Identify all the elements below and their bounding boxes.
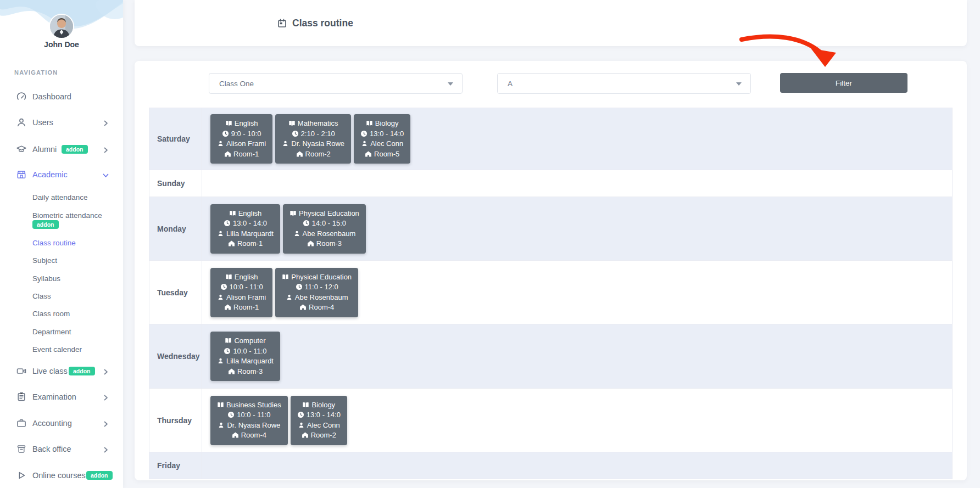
class-teacher: Dr. Nyasia Rowe — [291, 139, 344, 148]
sidebar-item-class-routine[interactable]: Class routine — [0, 237, 123, 249]
routine-row-saturday: Saturday English 9:0 - 10:0 Alison Frami… — [149, 108, 952, 170]
person-icon — [217, 230, 224, 237]
class-subject: Physical Education — [291, 273, 352, 281]
content-card: Class One A Filter Saturday English 9:0 … — [135, 61, 967, 480]
sidebar-item-alumni[interactable]: Alumni addon — [0, 143, 123, 155]
sidebar-item-examination[interactable]: Examination — [0, 391, 123, 403]
book-icon — [289, 210, 297, 217]
school-icon — [228, 368, 235, 375]
sidebar-item-dashboard[interactable]: Dashboard — [0, 91, 123, 103]
chevron-right-icon — [102, 394, 109, 401]
class-time: 11:0 - 12:0 — [305, 283, 338, 291]
sidebar-item-users[interactable]: Users — [0, 116, 123, 128]
class-select[interactable]: Class One — [209, 73, 463, 94]
sidebar-item-label: Alumni — [32, 145, 57, 154]
sidebar-item-syllabus[interactable]: Syllabus — [0, 272, 123, 284]
class-subject: Business Studies — [226, 401, 281, 409]
sidebar-item-accounting[interactable]: Accounting — [0, 417, 123, 429]
class-room: Room-1 — [237, 239, 263, 248]
class-time: 10:0 - 11:0 — [237, 411, 270, 419]
class-teacher: Abe Rosenbaum — [295, 293, 348, 301]
sidebar-item-class[interactable]: Class — [0, 290, 123, 302]
person-icon — [286, 294, 293, 301]
sidebar-item-online-courses[interactable]: Online courses addon — [0, 469, 123, 481]
school-icon — [365, 150, 372, 158]
sidebar-item-department[interactable]: Department — [0, 326, 123, 338]
day-slots: English 10:0 - 11:0 Alison Frami Room-1 … — [202, 261, 952, 324]
day-label: Saturday — [149, 108, 202, 170]
sidebar-item-label: Online courses — [32, 471, 86, 480]
app-root: John Doe NAVIGATION Dashboard Users Alum… — [0, 0, 980, 488]
class-card: English 10:0 - 11:0 Alison Frami Room-1 — [210, 268, 272, 317]
sidebar-item-class-room[interactable]: Class room — [0, 307, 123, 319]
addon-badge: addon — [86, 471, 113, 480]
day-slots — [202, 452, 952, 479]
class-room: Room-3 — [237, 367, 263, 375]
sidebar-item-back-office[interactable]: Back office — [0, 443, 123, 455]
sidebar-item-live-class[interactable]: Live class addon — [0, 365, 123, 377]
class-time: 10:0 - 11:0 — [230, 283, 263, 291]
chevron-right-icon — [102, 446, 109, 453]
clock-icon — [292, 130, 299, 137]
sidebar-subitem-label: Class routine — [32, 239, 76, 247]
page-header: Class routine + Add class routine — [135, 0, 967, 46]
sidebar-item-label: Accounting — [32, 419, 72, 428]
section-select[interactable]: A — [497, 73, 751, 94]
class-room: Room-2 — [311, 431, 336, 439]
archive-tray-icon — [16, 444, 26, 454]
class-card: English 13:0 - 14:0 Lilla Marquardt Room… — [210, 204, 280, 254]
sidebar-item-label: Academic — [32, 170, 68, 179]
class-room: Room-2 — [305, 150, 331, 158]
class-card: Biology 13:0 - 14:0 Alec Conn Room-5 — [354, 114, 410, 164]
class-subject: Mathematics — [298, 119, 338, 127]
class-teacher: Lilla Marquardt — [226, 229, 274, 238]
class-card: Computer 10:0 - 11:0 Lilla Marquardt Roo… — [210, 332, 280, 381]
day-label: Friday — [149, 452, 202, 479]
class-select-value: Class One — [219, 74, 254, 93]
video-camera-icon — [16, 366, 26, 376]
person-icon — [217, 294, 224, 301]
sidebar-item-daily-attendance[interactable]: Daily attendance — [0, 191, 123, 203]
graduation-cap-icon — [16, 144, 26, 154]
class-card: Business Studies 10:0 - 11:0 Dr. Nyasia … — [210, 396, 288, 445]
routine-row-tuesday: Tuesday English 10:0 - 11:0 Alison Frami… — [149, 261, 952, 324]
day-slots — [202, 170, 952, 197]
class-time: 14:0 - 15:0 — [312, 219, 346, 227]
class-teacher: Abe Rosenbaum — [303, 229, 356, 238]
clock-icon — [222, 130, 229, 137]
day-label: Monday — [149, 197, 202, 260]
filter-button[interactable]: Filter — [780, 73, 907, 93]
book-icon — [366, 120, 373, 127]
clock-icon — [227, 411, 235, 418]
exam-clipboard-icon — [16, 392, 26, 402]
addon-badge: addon — [62, 145, 88, 154]
day-slots: English 9:0 - 10:0 Alison Frami Room-1 M… — [202, 108, 952, 170]
academic-icon — [16, 170, 26, 180]
person-icon — [217, 357, 224, 364]
dashboard-icon — [16, 92, 26, 102]
chevron-down-icon — [102, 171, 109, 178]
class-room: Room-3 — [316, 239, 342, 248]
class-time: 13:0 - 14:0 — [233, 219, 267, 227]
caret-down-icon — [736, 82, 742, 86]
addon-badge: addon — [69, 367, 95, 375]
clock-icon — [296, 283, 303, 290]
sidebar-item-subject[interactable]: Subject — [0, 254, 123, 266]
sidebar-subitem-label: Department — [32, 328, 71, 336]
school-icon — [296, 150, 303, 158]
sidebar-item-academic[interactable]: Academic — [0, 169, 123, 181]
avatar[interactable] — [50, 15, 73, 38]
sidebar-item-label: Examination — [32, 392, 76, 401]
chevron-right-icon — [102, 368, 109, 375]
class-card: English 9:0 - 10:0 Alison Frami Room-1 — [210, 114, 272, 164]
sidebar-item-label: Dashboard — [32, 92, 71, 101]
sidebar-item-biometric-attendance[interactable]: Biometric attendance — [0, 209, 123, 221]
sidebar-item-event-calender[interactable]: Event calender — [0, 343, 123, 355]
sidebar-subitem-label: Syllabus — [32, 274, 60, 283]
sidebar-item-label: Users — [32, 118, 53, 127]
class-teacher: Dr. Nyasia Rowe — [227, 421, 280, 429]
class-card: Physical Education 14:0 - 15:0 Abe Rosen… — [283, 204, 366, 254]
book-icon — [282, 273, 289, 281]
routine-row-thursday: Thursday Business Studies 10:0 - 11:0 Dr… — [149, 389, 952, 452]
day-slots: Computer 10:0 - 11:0 Lilla Marquardt Roo… — [202, 324, 952, 388]
